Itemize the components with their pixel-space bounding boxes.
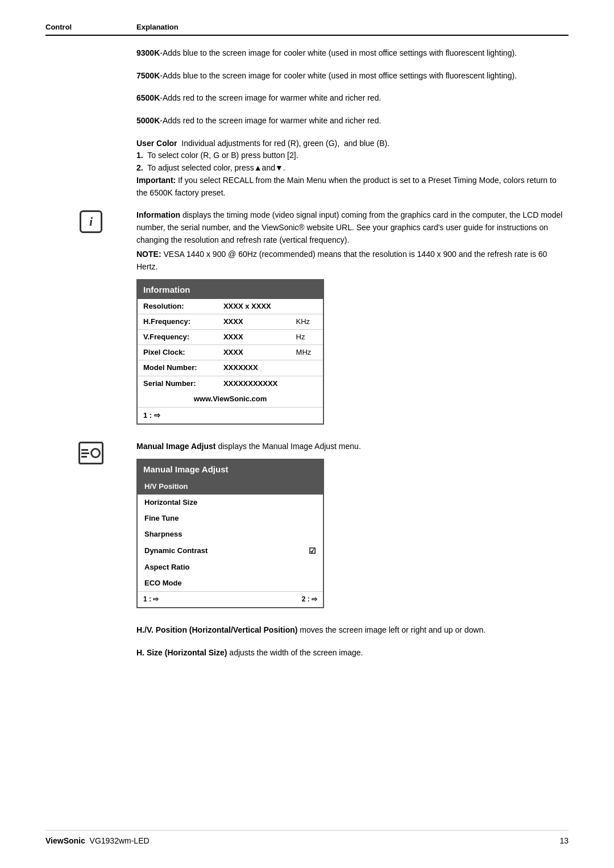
- table-row: Pixel Clock: XXXX MHz: [138, 345, 323, 360]
- table-row: H.Frequency: XXXX KHz: [138, 314, 323, 330]
- control-col-7500k: [45, 70, 136, 71]
- footer-brand: ViewSonic VG1932wm-LED: [45, 836, 150, 845]
- hv-position-bold: H./V. Position (Horizontal/Vertical Posi…: [136, 625, 297, 634]
- mia-item-hv-position[interactable]: H/V Position: [138, 479, 323, 495]
- control-col-hsize: [45, 647, 136, 648]
- hsize-bold: H. Size (Horizontal Size): [136, 648, 227, 657]
- entry-hv-position-desc: H./V. Position (Horizontal/Vertical Posi…: [45, 624, 569, 637]
- mia-item-dynamic-contrast[interactable]: Dynamic Contrast ☑: [138, 543, 323, 560]
- info-note-text: NOTE: VESA 1440 x 900 @ 60Hz (recommende…: [136, 248, 569, 273]
- label-5000k: 5000K: [136, 116, 160, 125]
- control-col-6500k: [45, 92, 136, 93]
- mia-footer-btn2[interactable]: 2 : ⇨: [302, 594, 317, 605]
- mia-horizontal-size-label: Horizontal Size: [144, 497, 197, 508]
- entry-7500k: 7500K-Adds blue to the screen image for …: [45, 70, 569, 82]
- label-user-color: User Color: [136, 139, 177, 148]
- vfreq-unit: Hz: [291, 330, 323, 345]
- info-intro-text: Information displays the timing mode (vi…: [136, 209, 569, 246]
- mia-item-eco-mode[interactable]: ECO Mode: [138, 575, 323, 591]
- mia-footer: 1 : ⇨ 2 : ⇨: [138, 591, 323, 607]
- control-col-5000k: [45, 115, 136, 116]
- table-row: Serial Number: XXXXXXXXXXX: [138, 376, 323, 391]
- hfreq-label: H.Frequency:: [138, 314, 218, 330]
- entry-6500k: 6500K-Adds red to the screen image for w…: [45, 92, 569, 105]
- control-col-mia: [45, 441, 136, 464]
- information-box: Information Resolution: XXXX x XXXX H.Fr…: [136, 279, 324, 425]
- table-row: Resolution: XXXX x XXXX: [138, 299, 323, 314]
- resolution-unit: [291, 299, 323, 314]
- mia-hv-position-label: H/V Position: [144, 481, 188, 492]
- pixelclock-unit: MHz: [291, 345, 323, 360]
- explanation-7500k: 7500K-Adds blue to the screen image for …: [136, 70, 569, 82]
- information-box-title: Information: [138, 280, 323, 299]
- note-label: NOTE:: [136, 250, 161, 259]
- pixelclock-value: XXXX: [218, 345, 291, 360]
- vfreq-label: V.Frequency:: [138, 330, 218, 345]
- lines-icon: [81, 449, 89, 458]
- entry-manual-image-adjust: Manual Image Adjust displays the Manual …: [45, 441, 569, 614]
- serialnumber-label: Serial Number:: [138, 376, 218, 391]
- mia-item-horizontal-size[interactable]: Horizontal Size: [138, 495, 323, 510]
- explanation-5000k: 5000K-Adds red to the screen image for w…: [136, 115, 569, 127]
- entry-information: i Information displays the timing mode (…: [45, 209, 569, 430]
- resolution-value: XXXX x XXXX: [218, 299, 291, 314]
- brand-name: ViewSonic: [45, 836, 85, 845]
- table-header: Control Explanation: [45, 23, 569, 36]
- modelnumber-value: XXXXXXX: [218, 360, 323, 376]
- control-col-information: i: [45, 209, 136, 233]
- explanation-hsize: H. Size (Horizontal Size) adjusts the wi…: [136, 647, 569, 659]
- vfreq-value: XXXX: [218, 330, 291, 345]
- header-explanation: Explanation: [136, 23, 569, 31]
- explanation-6500k: 6500K-Adds red to the screen image for w…: [136, 92, 569, 105]
- mia-item-aspect-ratio[interactable]: Aspect Ratio: [138, 559, 323, 575]
- important-label: Important:: [136, 176, 176, 185]
- control-col-9300k: [45, 47, 136, 48]
- entry-9300k: 9300K-Adds blue to the screen image for …: [45, 47, 569, 60]
- serialnumber-value: XXXXXXXXXXX: [218, 376, 323, 391]
- resolution-label: Resolution:: [138, 299, 218, 314]
- modelnumber-label: Model Number:: [138, 360, 218, 376]
- label-9300k: 9300K: [136, 48, 160, 57]
- entry-user-color: User Color Individual adjustments for re…: [45, 138, 569, 199]
- info-icon: i: [80, 210, 102, 233]
- mia-item-sharpness[interactable]: Sharpness: [138, 526, 323, 542]
- info-icon-letter: i: [89, 214, 93, 229]
- page: Control Explanation 9300K-Adds blue to t…: [0, 0, 614, 868]
- mia-eco-mode-label: ECO Mode: [144, 578, 182, 589]
- line2: [81, 452, 89, 454]
- explanation-user-color: User Color Individual adjustments for re…: [136, 138, 569, 199]
- gear-icon: [90, 448, 101, 458]
- entry-hsize-desc: H. Size (Horizontal Size) adjusts the wi…: [45, 647, 569, 659]
- step1-label: 1.: [136, 151, 143, 160]
- mia-label: Manual Image Adjust: [136, 442, 216, 451]
- mia-item-fine-tune[interactable]: Fine Tune: [138, 510, 323, 526]
- header-control: Control: [45, 23, 136, 31]
- label-6500k: 6500K: [136, 93, 160, 102]
- information-table: Resolution: XXXX x XXXX H.Frequency: XXX…: [138, 299, 323, 391]
- line3: [81, 456, 87, 458]
- table-row: V.Frequency: XXXX Hz: [138, 330, 323, 345]
- mia-intro-text: Manual Image Adjust displays the Manual …: [136, 441, 569, 453]
- hfreq-value: XXXX: [218, 314, 291, 330]
- explanation-hv-position: H./V. Position (Horizontal/Vertical Posi…: [136, 624, 569, 637]
- mia-fine-tune-label: Fine Tune: [144, 513, 179, 524]
- page-footer: ViewSonic VG1932wm-LED 13: [45, 830, 569, 845]
- info-website: www.ViewSonic.com: [138, 391, 323, 407]
- explanation-information: Information displays the timing mode (vi…: [136, 209, 569, 430]
- mia-dynamic-contrast-label: Dynamic Contrast: [144, 545, 208, 556]
- hfreq-unit: KHz: [291, 314, 323, 330]
- information-label: Information: [136, 210, 180, 219]
- step2-label: 2.: [136, 163, 143, 172]
- explanation-mia: Manual Image Adjust displays the Manual …: [136, 441, 569, 614]
- manual-image-adjust-box: Manual Image Adjust H/V Position Horizon…: [136, 459, 324, 608]
- control-col-hv: [45, 624, 136, 625]
- mia-box-title: Manual Image Adjust: [138, 460, 323, 479]
- table-row: Model Number: XXXXXXX: [138, 360, 323, 376]
- mia-footer-btn1[interactable]: 1 : ⇨: [143, 594, 159, 605]
- dynamic-contrast-checkbox: ☑: [309, 545, 316, 558]
- info-footer-btn[interactable]: 1 : ⇨: [143, 410, 160, 421]
- footer-page-number: 13: [559, 836, 569, 845]
- mia-sharpness-label: Sharpness: [144, 529, 182, 540]
- entry-5000k: 5000K-Adds red to the screen image for w…: [45, 115, 569, 127]
- model-name: VG1932wm-LED: [90, 836, 150, 845]
